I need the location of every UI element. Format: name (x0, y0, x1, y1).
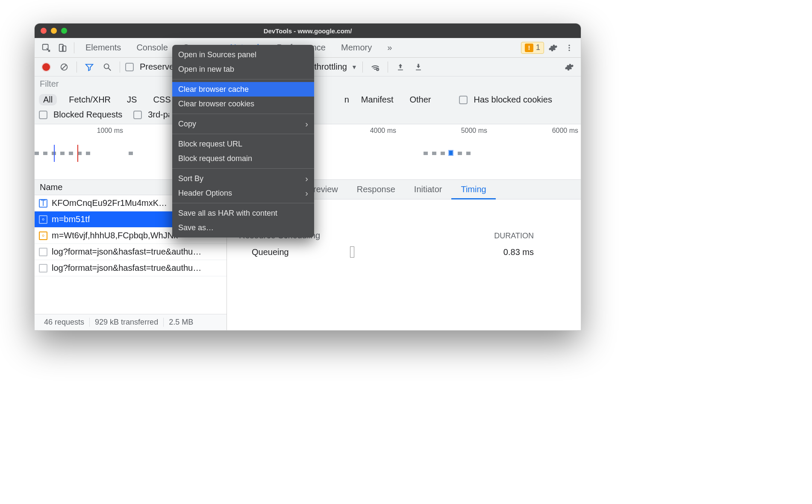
request-name: log?format=json&hasfast=true&authu… (52, 247, 201, 257)
throttling-label: throttling (314, 62, 347, 72)
tabs-more[interactable]: » (380, 38, 399, 58)
status-requests: 46 requests (39, 318, 90, 327)
status-bar: 46 requests 929 kB transferred 2.5 MB (35, 314, 227, 330)
filter-icon[interactable] (82, 60, 97, 74)
menu-clear-browser-cache[interactable]: Clear browser cache (172, 82, 314, 97)
svg-point-4 (568, 47, 570, 48)
menu-open-in-sources[interactable]: Open in Sources panel (172, 47, 314, 62)
checkbox-icon (39, 111, 47, 119)
document-file-icon (39, 264, 47, 273)
menu-save-as[interactable]: Save as… (172, 220, 314, 235)
request-name: m=Wt6vjf,hhhU8,FCpbqb,WhJNk (52, 231, 178, 240)
type-other[interactable]: Other (405, 94, 435, 105)
request-name: log?format=json&hasfast=true&authu… (52, 263, 201, 273)
menu-sort-by[interactable]: Sort By (172, 171, 314, 186)
timing-queueing-label: Queueing (252, 247, 346, 257)
tick-label: 5000 ms (461, 127, 487, 135)
device-toolbar-icon[interactable] (55, 41, 70, 55)
tab-console[interactable]: Console (129, 38, 174, 58)
blocked-requests-label: Blocked Requests (53, 110, 122, 120)
search-icon[interactable] (100, 60, 115, 74)
svg-line-9 (109, 68, 111, 70)
type-manifest-partial: n (344, 95, 349, 105)
maximize-icon[interactable] (61, 28, 67, 34)
clear-button[interactable] (57, 60, 71, 74)
devtools-window: DevTools - www.google.com/ Elements Cons… (34, 23, 581, 331)
request-row[interactable]: log?format=json&hasfast=true&authu… (35, 260, 227, 276)
third-party-toggle[interactable]: 3rd-party requests (133, 110, 169, 120)
checkbox-icon (133, 111, 142, 119)
window-title: DevTools - www.google.com/ (35, 27, 581, 35)
svg-point-5 (568, 50, 570, 51)
inspect-element-icon[interactable] (39, 41, 53, 55)
checkbox-icon (459, 96, 468, 104)
menu-copy[interactable]: Copy (172, 117, 314, 131)
kebab-menu-icon[interactable] (562, 41, 577, 55)
detail-tab-response[interactable]: Response (347, 180, 405, 199)
record-button[interactable] (39, 60, 53, 74)
settings-icon[interactable] (546, 41, 560, 55)
third-party-label: 3rd-party requests (148, 110, 169, 120)
menu-save-all-as-har[interactable]: Save all as HAR with content (172, 206, 314, 220)
detail-tab-initiator[interactable]: Initiator (405, 180, 452, 199)
blocked-requests-toggle[interactable]: Blocked Requests (39, 110, 122, 120)
warning-icon: ! (525, 44, 533, 52)
network-settings-icon[interactable] (562, 60, 577, 74)
menu-header-options[interactable]: Header Options (172, 186, 314, 200)
timing-duration-header: DURATION (494, 231, 534, 240)
warnings-badge[interactable]: ! 1 (521, 42, 544, 54)
script-file-icon: ◦ (39, 215, 47, 224)
font-file-icon: T (39, 199, 47, 208)
detail-tab-timing[interactable]: Timing (451, 180, 495, 199)
document-file-icon (39, 248, 47, 256)
close-icon[interactable] (41, 28, 47, 34)
type-css[interactable]: CSS (149, 94, 175, 105)
type-all[interactable]: All (39, 94, 57, 105)
request-row[interactable]: log?format=json&hasfast=true&authu… (35, 244, 227, 260)
tick-label: 1000 ms (97, 127, 123, 135)
status-resources: 2.5 MB (164, 318, 198, 327)
type-manifest[interactable]: Manifest (357, 94, 398, 105)
traffic-lights (35, 28, 67, 34)
network-conditions-icon[interactable] (368, 60, 382, 74)
timing-queueing-value: 0.83 ms (354, 247, 534, 257)
context-menu: Open in Sources panel Open in new tab Cl… (172, 45, 314, 237)
tick-label: 6000 ms (552, 127, 578, 135)
has-blocked-cookies-label: Has blocked cookies (474, 95, 552, 105)
request-name: m=bm51tf (52, 214, 90, 224)
tick-label: 4000 ms (370, 127, 396, 135)
import-har-icon[interactable] (393, 60, 408, 74)
status-transferred: 929 kB transferred (90, 318, 164, 327)
export-har-icon[interactable] (411, 60, 426, 74)
record-icon (42, 63, 50, 71)
menu-block-request-url[interactable]: Block request URL (172, 137, 314, 151)
request-name: KFOmCnqEu92Fr1Mu4mxK… (52, 198, 167, 208)
tab-elements[interactable]: Elements (79, 38, 128, 58)
type-fetchxhr[interactable]: Fetch/XHR (65, 94, 115, 105)
svg-point-8 (104, 64, 109, 68)
minimize-icon[interactable] (51, 28, 57, 34)
tab-memory[interactable]: Memory (334, 38, 379, 58)
menu-clear-browser-cookies[interactable]: Clear browser cookies (172, 97, 314, 111)
chevron-down-icon: ▼ (351, 64, 357, 70)
has-blocked-cookies-toggle[interactable]: Has blocked cookies (459, 95, 552, 105)
menu-block-request-domain[interactable]: Block request domain (172, 151, 314, 166)
throttling-dropdown[interactable]: throttling ▼ (314, 62, 357, 72)
timing-bar-marker (350, 246, 354, 258)
svg-line-7 (62, 64, 67, 69)
type-js[interactable]: JS (123, 94, 141, 105)
warnings-count: 1 (536, 43, 540, 52)
svg-point-3 (568, 44, 570, 46)
checkbox-icon (125, 63, 134, 71)
window-titlebar: DevTools - www.google.com/ (35, 23, 581, 38)
separator (74, 42, 74, 53)
menu-open-in-new-tab[interactable]: Open in new tab (172, 62, 314, 76)
script-file-icon: ◦ (39, 231, 47, 240)
timing-queueing-row: Queueing 0.83 ms (239, 246, 534, 258)
